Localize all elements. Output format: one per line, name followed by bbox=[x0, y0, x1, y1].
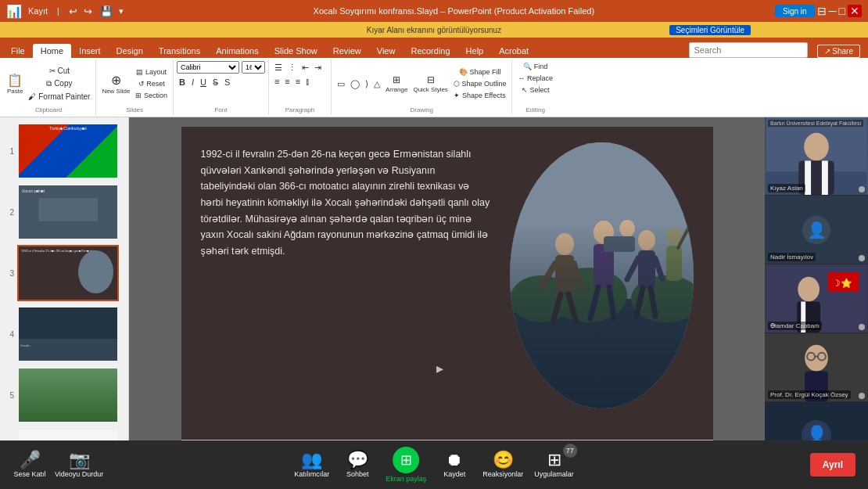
chat-button[interactable]: 💬 Sohbet bbox=[340, 451, 375, 478]
share-circle: ⊞ bbox=[393, 447, 419, 473]
reset-button[interactable]: ↺ Reset bbox=[133, 78, 170, 89]
columns-button[interactable]: ⫿ bbox=[303, 75, 313, 88]
tab-insert[interactable]: Insert bbox=[71, 44, 109, 58]
slide-preview-6[interactable]: Sese katılmak için tıklayın bbox=[17, 428, 119, 440]
redo-icon[interactable]: ↪ bbox=[84, 5, 92, 17]
new-slide-button[interactable]: ⊕New Slide bbox=[99, 71, 132, 96]
cursor-indicator: ▸ bbox=[436, 360, 443, 377]
participants-button[interactable]: 👥 Katılımcılar bbox=[294, 451, 329, 478]
tab-file[interactable]: File bbox=[3, 44, 33, 58]
section-button[interactable]: ⊞ Section bbox=[133, 90, 170, 101]
share-label: Ekran paylaş bbox=[386, 475, 426, 483]
align-left-button[interactable]: ≡ bbox=[272, 75, 282, 88]
bottom-toolbar: 🎤 Sese Katıl 📷 Videoyu Durdur 👥 Katılımc… bbox=[0, 440, 868, 489]
strikethrough-button[interactable]: S̶ bbox=[210, 76, 221, 89]
bold-button[interactable]: B bbox=[177, 76, 188, 89]
shape-button-1[interactable]: ▭ bbox=[335, 77, 347, 91]
minimize-icon[interactable]: ─ bbox=[829, 5, 837, 17]
tab-recording[interactable]: Recording bbox=[403, 44, 457, 58]
svg-point-9 bbox=[594, 221, 614, 244]
tab-home[interactable]: Home bbox=[33, 44, 71, 58]
slide-item-4[interactable]: 4 Xocalı... bbox=[0, 304, 128, 365]
record-label: Kaydet bbox=[443, 470, 465, 478]
slide-preview-1[interactable]: Türkiyə Cümhuriyyəti bbox=[17, 123, 119, 179]
secimleri-button[interactable]: Seçimleri Görüntüle bbox=[669, 25, 751, 35]
slide-preview-5[interactable] bbox=[17, 367, 119, 423]
svg-rect-30 bbox=[805, 160, 811, 195]
increase-indent-button[interactable]: ⇥ bbox=[312, 61, 324, 74]
file-title: Xocalı Soyqırımı konfransı.Slayd – Power… bbox=[139, 6, 769, 16]
shape-effects-button[interactable]: ✦ Shape Effects bbox=[451, 90, 509, 101]
clipboard-label: Clipboard bbox=[5, 106, 92, 113]
font-size-select[interactable]: 16 bbox=[242, 61, 265, 74]
share-icon: ⊞ bbox=[400, 451, 412, 469]
svg-line-8 bbox=[574, 264, 580, 287]
slide-item-6[interactable]: 6 Sese katılmak için tıklayın bbox=[0, 426, 128, 440]
share-button[interactable]: ↗ Share bbox=[817, 45, 860, 58]
share-screen-button[interactable]: ⊞ Ekran paylaş bbox=[386, 447, 426, 483]
search-input[interactable] bbox=[689, 42, 808, 58]
mic-indicator-2 bbox=[859, 255, 865, 261]
mute-button[interactable]: 🎤 Sese Katıl bbox=[13, 451, 47, 478]
align-right-button[interactable]: ≡ bbox=[293, 75, 303, 88]
avatar-2: 👤 bbox=[802, 216, 830, 244]
reactions-button[interactable]: 😊 Reaksiyonlar bbox=[482, 451, 523, 478]
slide-preview-4[interactable]: Xocalı... bbox=[17, 306, 119, 362]
tab-help[interactable]: Help bbox=[458, 44, 492, 58]
slide-preview-3[interactable]: 1992-ci il fevralın 25-dən 26-na keçən g… bbox=[17, 245, 119, 301]
video-toggle-button[interactable]: 📷 Videoyu Durdur bbox=[55, 451, 103, 478]
shape-button-2[interactable]: ◯ bbox=[348, 77, 362, 91]
video-tile-2: 👤 Nadir İsmayılov bbox=[765, 196, 868, 264]
shape-outline-button[interactable]: ⬡ Shape Outline bbox=[451, 78, 509, 89]
slide-num-3: 3 bbox=[0, 269, 14, 278]
copy-button[interactable]: ⧉ Copy bbox=[26, 77, 92, 90]
btm-right-controls: Ayrıl bbox=[810, 453, 855, 476]
save-icon[interactable]: 💾 bbox=[100, 5, 113, 17]
tab-design[interactable]: Design bbox=[109, 44, 151, 58]
tab-transitions[interactable]: Transitions bbox=[151, 44, 208, 58]
slide-item-5[interactable]: 5 bbox=[0, 365, 128, 426]
align-center-button[interactable]: ≡ bbox=[282, 75, 292, 88]
slide-item-3[interactable]: 3 1992-ci il fevralın 25-dən 26-na keçən… bbox=[0, 243, 128, 304]
slide-item-1[interactable]: 1 Türkiyə Cümhuriyyəti bbox=[0, 120, 128, 182]
video-label: Videoyu Durdur bbox=[55, 470, 103, 478]
record-button[interactable]: ⏺ Kaydet bbox=[437, 451, 472, 478]
underline-button[interactable]: U bbox=[198, 76, 209, 89]
avatar-5: 👤 bbox=[802, 420, 831, 440]
tab-view[interactable]: View bbox=[369, 44, 404, 58]
arrange-button[interactable]: ⊞Arrange bbox=[383, 73, 410, 94]
italic-button[interactable]: I bbox=[189, 76, 196, 89]
slide-preview-2[interactable]: Xocalı şəhəri bbox=[17, 184, 119, 240]
font-name-select[interactable]: Calibri bbox=[177, 61, 239, 74]
close-icon[interactable]: ✕ bbox=[848, 5, 862, 17]
layout-button[interactable]: ▤ Layout bbox=[133, 67, 170, 77]
maximize-icon[interactable]: □ bbox=[839, 5, 845, 17]
customize-icon[interactable]: ▾ bbox=[119, 6, 124, 16]
tab-slideshow[interactable]: Slide Show bbox=[267, 44, 325, 58]
cut-button[interactable]: ✂ Cut bbox=[26, 65, 92, 77]
paste-button[interactable]: 📋Paste bbox=[5, 71, 25, 96]
format-painter-button[interactable]: 🖌 Format Painter bbox=[26, 91, 92, 102]
quick-styles-button[interactable]: ⊟Quick Styles bbox=[411, 73, 450, 94]
tab-animations[interactable]: Animations bbox=[208, 44, 266, 58]
editing-group: 🔍 Find ↔ Replace ↖ Select Editing bbox=[512, 59, 558, 115]
replace-button[interactable]: ↔ Replace bbox=[515, 73, 555, 84]
tab-acrobat[interactable]: Acrobat bbox=[491, 44, 536, 58]
svg-point-28 bbox=[804, 133, 829, 161]
find-button[interactable]: 🔍 Find bbox=[521, 61, 550, 72]
ribbon-toggle[interactable]: ⊟ bbox=[817, 5, 827, 17]
tab-review[interactable]: Review bbox=[325, 44, 369, 58]
decrease-indent-button[interactable]: ⇤ bbox=[299, 61, 311, 74]
participants-icon: 👥 bbox=[301, 451, 322, 469]
shadow-button[interactable]: S bbox=[222, 76, 232, 89]
bullets-button[interactable]: ☰ bbox=[272, 61, 285, 74]
select-button[interactable]: ↖ Select bbox=[519, 84, 552, 95]
numbering-button[interactable]: ⋮ bbox=[285, 61, 299, 74]
slide-item-2[interactable]: 2 Xocalı şəhəri bbox=[0, 182, 128, 243]
shape-button-4[interactable]: △ bbox=[371, 77, 382, 91]
leave-button[interactable]: Ayrıl bbox=[810, 453, 855, 476]
shape-fill-button[interactable]: 🎨 Shape Fill bbox=[451, 67, 509, 77]
signin-button[interactable]: Sign in bbox=[775, 5, 815, 17]
shape-button-3[interactable]: ⟩ bbox=[363, 77, 371, 91]
undo-icon[interactable]: ↩ bbox=[69, 5, 77, 17]
